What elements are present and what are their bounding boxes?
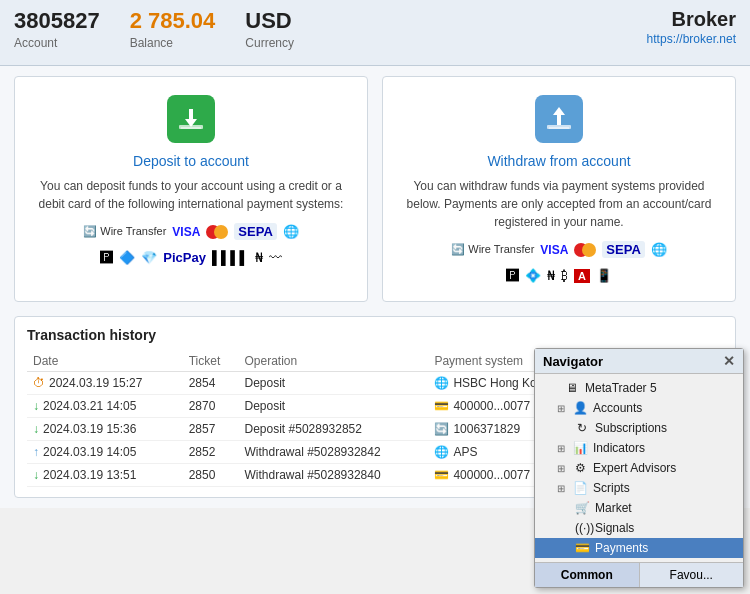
navigator-item-market[interactable]: 🛒Market <box>535 498 743 518</box>
broker-info: Broker https://broker.net <box>647 8 736 46</box>
header-account-info: 3805827 Account 2 785.04 Balance USD Cur… <box>14 8 294 50</box>
expand-icon: ⊞ <box>557 483 565 494</box>
nav-label: MetaTrader 5 <box>585 381 657 395</box>
cell-ticket: 2852 <box>183 441 239 464</box>
col-ticket: Ticket <box>183 351 239 372</box>
payment-method-icon: 🌐 <box>434 445 449 459</box>
navigator-close-button[interactable]: ✕ <box>723 353 735 369</box>
account-label: Account <box>14 36 100 50</box>
svg-rect-7 <box>549 127 569 129</box>
alpha-icon-2: A <box>574 269 590 283</box>
globe-icon-1: 🌐 <box>283 224 299 239</box>
barcode-icon-1: ▌▌▌▌ <box>212 250 249 265</box>
svg-marker-6 <box>553 107 565 115</box>
deposit-icon <box>167 95 215 143</box>
account-number: 3805827 <box>14 8 100 34</box>
navigator-item-payments[interactable]: 💳Payments <box>535 538 743 558</box>
row-status-icon: ↓ <box>33 422 39 436</box>
nav-icon-scripts: 📄 <box>573 481 587 495</box>
nav-label: Accounts <box>593 401 642 415</box>
cell-ticket: 2850 <box>183 464 239 487</box>
payment-method-icon: 🔄 <box>434 422 449 436</box>
wire-transfer-icon-2: 🔄 Wire Transfer <box>451 243 534 256</box>
bitcoin-icon-2: ₿ <box>561 268 568 283</box>
withdraw-payment-row-1: 🔄 Wire Transfer VISA SEPA 🌐 <box>399 241 719 258</box>
cell-date: ↓2024.03.19 13:51 <box>27 464 183 487</box>
cell-ticket: 2857 <box>183 418 239 441</box>
nav-icon-accounts: 👤 <box>573 401 587 415</box>
mastercard-icon-2 <box>574 243 596 257</box>
phone-icon-2: 📱 <box>596 268 612 283</box>
nav-label: Subscriptions <box>595 421 667 435</box>
cards-row: Deposit to account You can deposit funds… <box>14 76 736 302</box>
cell-operation: Deposit <box>239 372 429 395</box>
withdraw-card: Withdraw from account You can withdraw f… <box>382 76 736 302</box>
payment-method-icon: 🌐 <box>434 376 449 390</box>
navigator-item-signals[interactable]: ((·))Signals <box>535 518 743 538</box>
navigator-footer: Common Favou... <box>535 562 743 587</box>
deposit-card: Deposit to account You can deposit funds… <box>14 76 368 302</box>
nav-icon-metatrader 5: 🖥 <box>565 381 579 395</box>
deposit-payment-row-1: 🔄 Wire Transfer VISA SEPA 🌐 <box>31 223 351 240</box>
transaction-title: Transaction history <box>27 327 723 343</box>
deposit-svg <box>175 103 207 135</box>
nav-icon-expert advisors: ⚙ <box>573 461 587 475</box>
visa-icon-1: VISA <box>172 225 200 239</box>
row-status-icon: ↓ <box>33 399 39 413</box>
nav-icon-subscriptions: ↻ <box>575 421 589 435</box>
broker-link[interactable]: https://broker.net <box>647 32 736 46</box>
balance-group: 2 785.04 Balance <box>130 8 216 50</box>
account-number-group: 3805827 Account <box>14 8 100 50</box>
navigator-item-expert-advisors[interactable]: ⊞⚙Expert Advisors <box>535 458 743 478</box>
navigator-common-tab[interactable]: Common <box>535 563 640 587</box>
nav-label: Signals <box>595 521 634 535</box>
naira-icon-1: ₦ <box>255 250 263 265</box>
balance-value: 2 785.04 <box>130 8 216 34</box>
row-status-icon: ⏱ <box>33 376 45 390</box>
nav-label: Indicators <box>593 441 645 455</box>
deposit-title: Deposit to account <box>133 153 249 169</box>
visa-icon-2: VISA <box>540 243 568 257</box>
deposit-payment-row-2: 🅿 🔷 💎 PicPay ▌▌▌▌ ₦ 〰 <box>31 250 351 265</box>
cell-operation: Deposit #5028932852 <box>239 418 429 441</box>
green-icon-1: 💎 <box>141 250 157 265</box>
navigator-favorites-tab[interactable]: Favou... <box>640 563 744 587</box>
wave-icon-1: 〰 <box>269 250 282 265</box>
withdraw-desc: You can withdraw funds via payment syste… <box>399 177 719 231</box>
diamond-icon-2: 💠 <box>525 268 541 283</box>
navigator-item-metatrader-5[interactable]: 🖥MetaTrader 5 <box>535 378 743 398</box>
col-operation: Operation <box>239 351 429 372</box>
withdraw-svg <box>543 103 575 135</box>
nav-label: Market <box>595 501 632 515</box>
alipay-icon-1: 🔷 <box>119 250 135 265</box>
navigator-item-scripts[interactable]: ⊞📄Scripts <box>535 478 743 498</box>
cell-date: ↓2024.03.19 15:36 <box>27 418 183 441</box>
page-header: 3805827 Account 2 785.04 Balance USD Cur… <box>0 0 750 66</box>
navigator-header: Navigator ✕ <box>535 349 743 374</box>
row-status-icon: ↓ <box>33 468 39 482</box>
nav-icon-signals: ((·)) <box>575 521 589 535</box>
nav-label: Scripts <box>593 481 630 495</box>
nav-label: Expert Advisors <box>593 461 676 475</box>
withdraw-title: Withdraw from account <box>487 153 630 169</box>
deposit-desc: You can deposit funds to your account us… <box>31 177 351 213</box>
payment-method-icon: 💳 <box>434 399 449 413</box>
paypal-icon-1: 🅿 <box>100 250 113 265</box>
currency-label: Currency <box>245 36 294 50</box>
nav-label: Payments <box>595 541 648 555</box>
navigator-popup: Navigator ✕ 🖥MetaTrader 5⊞👤Accounts↻Subs… <box>534 348 744 588</box>
navigator-item-indicators[interactable]: ⊞📊Indicators <box>535 438 743 458</box>
cell-operation: Deposit <box>239 395 429 418</box>
nav-icon-market: 🛒 <box>575 501 589 515</box>
sepa-icon-1: SEPA <box>234 223 276 240</box>
deposit-payment-icons: 🔄 Wire Transfer VISA SEPA 🌐 🅿 🔷 💎 PicPay… <box>31 223 351 269</box>
nav-icon-payments: 💳 <box>575 541 589 555</box>
paypal-icon-2: 🅿 <box>506 268 519 283</box>
navigator-item-subscriptions[interactable]: ↻Subscriptions <box>535 418 743 438</box>
expand-icon: ⊞ <box>557 463 565 474</box>
cell-date: ↑2024.03.19 14:05 <box>27 441 183 464</box>
navigator-item-accounts[interactable]: ⊞👤Accounts <box>535 398 743 418</box>
cell-date: ⏱2024.03.19 15:27 <box>27 372 183 395</box>
row-status-icon: ↑ <box>33 445 39 459</box>
cell-ticket: 2854 <box>183 372 239 395</box>
